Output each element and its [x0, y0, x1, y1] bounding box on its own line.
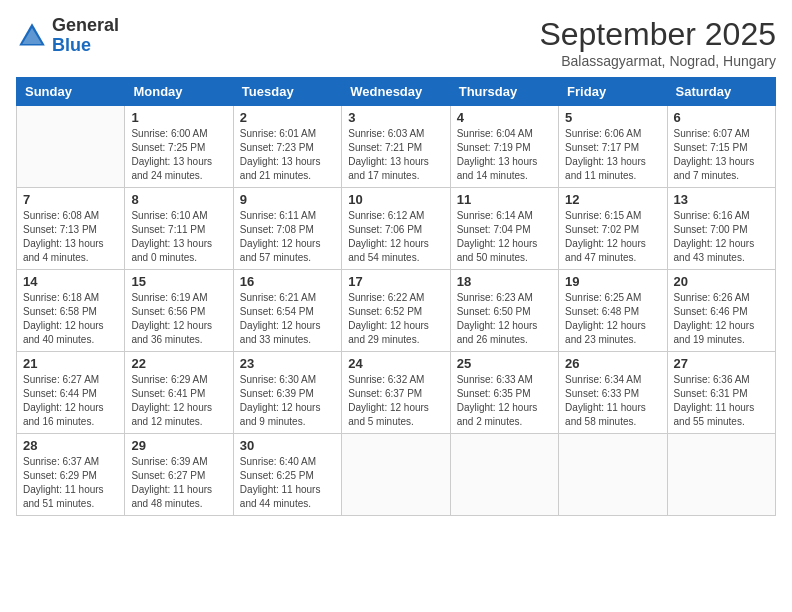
- day-number: 6: [674, 110, 769, 125]
- calendar-cell: 15Sunrise: 6:19 AMSunset: 6:56 PMDayligh…: [125, 270, 233, 352]
- logo-text: General Blue: [52, 16, 119, 56]
- day-number: 14: [23, 274, 118, 289]
- calendar-cell: 19Sunrise: 6:25 AMSunset: 6:48 PMDayligh…: [559, 270, 667, 352]
- day-number: 22: [131, 356, 226, 371]
- calendar-cell: 26Sunrise: 6:34 AMSunset: 6:33 PMDayligh…: [559, 352, 667, 434]
- day-info: Sunrise: 6:26 AMSunset: 6:46 PMDaylight:…: [674, 291, 769, 347]
- calendar-cell: 25Sunrise: 6:33 AMSunset: 6:35 PMDayligh…: [450, 352, 558, 434]
- calendar-cell: 11Sunrise: 6:14 AMSunset: 7:04 PMDayligh…: [450, 188, 558, 270]
- calendar-week-1: 1Sunrise: 6:00 AMSunset: 7:25 PMDaylight…: [17, 106, 776, 188]
- weekday-header-saturday: Saturday: [667, 78, 775, 106]
- weekday-header-thursday: Thursday: [450, 78, 558, 106]
- day-info: Sunrise: 6:21 AMSunset: 6:54 PMDaylight:…: [240, 291, 335, 347]
- day-number: 1: [131, 110, 226, 125]
- location-subtitle: Balassagyarmat, Nograd, Hungary: [539, 53, 776, 69]
- calendar-cell: 24Sunrise: 6:32 AMSunset: 6:37 PMDayligh…: [342, 352, 450, 434]
- calendar-cell: 23Sunrise: 6:30 AMSunset: 6:39 PMDayligh…: [233, 352, 341, 434]
- day-number: 16: [240, 274, 335, 289]
- day-number: 12: [565, 192, 660, 207]
- day-number: 9: [240, 192, 335, 207]
- calendar-week-5: 28Sunrise: 6:37 AMSunset: 6:29 PMDayligh…: [17, 434, 776, 516]
- day-number: 8: [131, 192, 226, 207]
- day-number: 3: [348, 110, 443, 125]
- day-info: Sunrise: 6:08 AMSunset: 7:13 PMDaylight:…: [23, 209, 118, 265]
- weekday-header-wednesday: Wednesday: [342, 78, 450, 106]
- day-number: 30: [240, 438, 335, 453]
- day-info: Sunrise: 6:07 AMSunset: 7:15 PMDaylight:…: [674, 127, 769, 183]
- day-number: 24: [348, 356, 443, 371]
- day-number: 27: [674, 356, 769, 371]
- calendar-cell: 4Sunrise: 6:04 AMSunset: 7:19 PMDaylight…: [450, 106, 558, 188]
- weekday-header-tuesday: Tuesday: [233, 78, 341, 106]
- day-number: 10: [348, 192, 443, 207]
- day-info: Sunrise: 6:00 AMSunset: 7:25 PMDaylight:…: [131, 127, 226, 183]
- day-info: Sunrise: 6:39 AMSunset: 6:27 PMDaylight:…: [131, 455, 226, 511]
- day-info: Sunrise: 6:01 AMSunset: 7:23 PMDaylight:…: [240, 127, 335, 183]
- logo: General Blue: [16, 16, 119, 56]
- day-info: Sunrise: 6:30 AMSunset: 6:39 PMDaylight:…: [240, 373, 335, 429]
- calendar-week-4: 21Sunrise: 6:27 AMSunset: 6:44 PMDayligh…: [17, 352, 776, 434]
- calendar-cell: [667, 434, 775, 516]
- calendar-cell: 27Sunrise: 6:36 AMSunset: 6:31 PMDayligh…: [667, 352, 775, 434]
- day-number: 19: [565, 274, 660, 289]
- day-info: Sunrise: 6:33 AMSunset: 6:35 PMDaylight:…: [457, 373, 552, 429]
- day-number: 11: [457, 192, 552, 207]
- day-info: Sunrise: 6:36 AMSunset: 6:31 PMDaylight:…: [674, 373, 769, 429]
- day-info: Sunrise: 6:29 AMSunset: 6:41 PMDaylight:…: [131, 373, 226, 429]
- day-info: Sunrise: 6:18 AMSunset: 6:58 PMDaylight:…: [23, 291, 118, 347]
- calendar-cell: 14Sunrise: 6:18 AMSunset: 6:58 PMDayligh…: [17, 270, 125, 352]
- weekday-header-row: SundayMondayTuesdayWednesdayThursdayFrid…: [17, 78, 776, 106]
- calendar-cell: 2Sunrise: 6:01 AMSunset: 7:23 PMDaylight…: [233, 106, 341, 188]
- day-number: 26: [565, 356, 660, 371]
- day-info: Sunrise: 6:04 AMSunset: 7:19 PMDaylight:…: [457, 127, 552, 183]
- day-number: 23: [240, 356, 335, 371]
- calendar-cell: [17, 106, 125, 188]
- calendar-cell: 6Sunrise: 6:07 AMSunset: 7:15 PMDaylight…: [667, 106, 775, 188]
- calendar-week-2: 7Sunrise: 6:08 AMSunset: 7:13 PMDaylight…: [17, 188, 776, 270]
- page-header: General Blue September 2025 Balassagyarm…: [16, 16, 776, 69]
- calendar-cell: 12Sunrise: 6:15 AMSunset: 7:02 PMDayligh…: [559, 188, 667, 270]
- day-info: Sunrise: 6:06 AMSunset: 7:17 PMDaylight:…: [565, 127, 660, 183]
- day-number: 29: [131, 438, 226, 453]
- calendar-cell: [342, 434, 450, 516]
- day-info: Sunrise: 6:14 AMSunset: 7:04 PMDaylight:…: [457, 209, 552, 265]
- calendar-cell: 21Sunrise: 6:27 AMSunset: 6:44 PMDayligh…: [17, 352, 125, 434]
- day-number: 20: [674, 274, 769, 289]
- calendar-cell: 28Sunrise: 6:37 AMSunset: 6:29 PMDayligh…: [17, 434, 125, 516]
- day-info: Sunrise: 6:10 AMSunset: 7:11 PMDaylight:…: [131, 209, 226, 265]
- calendar-week-3: 14Sunrise: 6:18 AMSunset: 6:58 PMDayligh…: [17, 270, 776, 352]
- day-number: 25: [457, 356, 552, 371]
- calendar-cell: 3Sunrise: 6:03 AMSunset: 7:21 PMDaylight…: [342, 106, 450, 188]
- calendar-cell: 8Sunrise: 6:10 AMSunset: 7:11 PMDaylight…: [125, 188, 233, 270]
- day-number: 17: [348, 274, 443, 289]
- calendar-cell: 7Sunrise: 6:08 AMSunset: 7:13 PMDaylight…: [17, 188, 125, 270]
- logo-general: General: [52, 15, 119, 35]
- day-info: Sunrise: 6:37 AMSunset: 6:29 PMDaylight:…: [23, 455, 118, 511]
- day-number: 28: [23, 438, 118, 453]
- day-info: Sunrise: 6:22 AMSunset: 6:52 PMDaylight:…: [348, 291, 443, 347]
- weekday-header-friday: Friday: [559, 78, 667, 106]
- day-info: Sunrise: 6:34 AMSunset: 6:33 PMDaylight:…: [565, 373, 660, 429]
- day-number: 4: [457, 110, 552, 125]
- day-number: 21: [23, 356, 118, 371]
- day-number: 7: [23, 192, 118, 207]
- title-section: September 2025 Balassagyarmat, Nograd, H…: [539, 16, 776, 69]
- day-info: Sunrise: 6:19 AMSunset: 6:56 PMDaylight:…: [131, 291, 226, 347]
- logo-blue: Blue: [52, 35, 91, 55]
- calendar-cell: 29Sunrise: 6:39 AMSunset: 6:27 PMDayligh…: [125, 434, 233, 516]
- calendar-cell: 30Sunrise: 6:40 AMSunset: 6:25 PMDayligh…: [233, 434, 341, 516]
- calendar-cell: 20Sunrise: 6:26 AMSunset: 6:46 PMDayligh…: [667, 270, 775, 352]
- calendar-cell: 10Sunrise: 6:12 AMSunset: 7:06 PMDayligh…: [342, 188, 450, 270]
- day-number: 13: [674, 192, 769, 207]
- calendar-cell: 18Sunrise: 6:23 AMSunset: 6:50 PMDayligh…: [450, 270, 558, 352]
- calendar-cell: 22Sunrise: 6:29 AMSunset: 6:41 PMDayligh…: [125, 352, 233, 434]
- day-info: Sunrise: 6:23 AMSunset: 6:50 PMDaylight:…: [457, 291, 552, 347]
- calendar-cell: 1Sunrise: 6:00 AMSunset: 7:25 PMDaylight…: [125, 106, 233, 188]
- month-title: September 2025: [539, 16, 776, 53]
- day-number: 5: [565, 110, 660, 125]
- weekday-header-sunday: Sunday: [17, 78, 125, 106]
- logo-icon: [16, 20, 48, 52]
- calendar-cell: 9Sunrise: 6:11 AMSunset: 7:08 PMDaylight…: [233, 188, 341, 270]
- day-info: Sunrise: 6:11 AMSunset: 7:08 PMDaylight:…: [240, 209, 335, 265]
- day-info: Sunrise: 6:32 AMSunset: 6:37 PMDaylight:…: [348, 373, 443, 429]
